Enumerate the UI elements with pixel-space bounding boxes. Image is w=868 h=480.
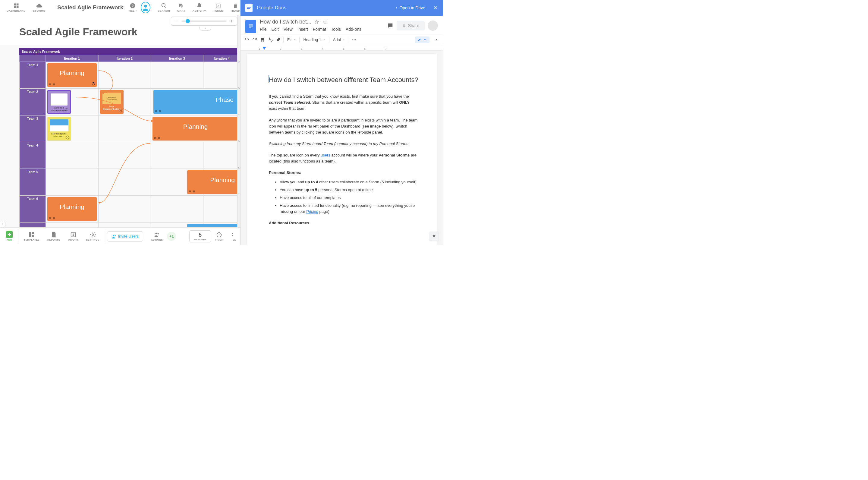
style-select[interactable]: Heading 1: [302, 37, 327, 42]
link[interactable]: users: [321, 153, 330, 157]
more-icon[interactable]: [351, 37, 357, 42]
list-item[interactable]: You can have up to 5 personal Storms ope…: [280, 187, 418, 193]
expand-handle[interactable]: [0, 221, 5, 227]
comment-icon[interactable]: [49, 217, 52, 220]
planning-card[interactable]: Planning: [153, 117, 239, 141]
document-icon[interactable]: [245, 20, 256, 33]
paragraph[interactable]: Any Storm that you are invited to or are…: [269, 117, 418, 136]
canvas[interactable]: Scaled Agile Framework Scaled Agile Fram…: [0, 15, 240, 227]
person-icon: [141, 3, 150, 12]
nav-activity[interactable]: ACTIVITY: [190, 3, 209, 12]
zoom-in-button[interactable]: +: [229, 19, 234, 24]
indent-marker[interactable]: [263, 47, 266, 50]
heading-2[interactable]: Personal Storms:: [269, 170, 418, 176]
zoom-toolbar: − +: [171, 17, 237, 26]
invite-users-button[interactable]: Invite Users: [107, 231, 144, 241]
settings-button[interactable]: SETTINGS: [83, 231, 103, 241]
task-icon[interactable]: [158, 110, 161, 113]
task-icon[interactable]: [158, 137, 161, 140]
actions-button[interactable]: ACTIONS: [147, 231, 167, 241]
menu-insert[interactable]: Insert: [298, 27, 308, 32]
nav-storms[interactable]: STORMS: [30, 3, 48, 12]
comment-icon[interactable]: [155, 110, 158, 113]
paragraph[interactable]: Switching from my Stormboard Team (compa…: [269, 141, 418, 147]
document-page[interactable]: How do I switch between different Team A…: [247, 54, 437, 245]
legend-button[interactable]: LE: [227, 231, 238, 241]
heading-1[interactable]: How do I switch between different Team A…: [269, 75, 418, 85]
zoom-out-button[interactable]: −: [174, 19, 179, 24]
task-icon[interactable]: [53, 83, 56, 86]
comment-icon[interactable]: [154, 137, 157, 140]
comment-icon[interactable]: [188, 190, 191, 193]
editing-mode-button[interactable]: [415, 36, 430, 43]
storm-title[interactable]: Scaled Agile Framework: [57, 4, 123, 11]
redo-icon[interactable]: [252, 37, 257, 42]
nav-chat[interactable]: CHAT: [174, 3, 188, 12]
undo-icon[interactable]: [244, 37, 250, 42]
menu-addons[interactable]: Add-ons: [346, 27, 361, 32]
timer-button[interactable]: TIMER: [212, 231, 227, 241]
col-header: Iteration 4: [203, 55, 240, 62]
explore-button[interactable]: [430, 232, 438, 241]
page-area[interactable]: How do I switch between different Team A…: [241, 51, 443, 245]
spellcheck-icon[interactable]: [268, 37, 273, 42]
ruler[interactable]: 1 2 3 4 5 6 7: [241, 45, 443, 51]
comment-icon[interactable]: [49, 83, 52, 86]
open-in-drive-button[interactable]: Open in Drive: [395, 5, 425, 10]
doc-card[interactable]: How do I switch between ...: [47, 90, 71, 114]
comments-icon[interactable]: [387, 22, 394, 29]
list-item[interactable]: Have access to all of our templates: [280, 195, 418, 201]
nav-trash[interactable]: TRASH: [227, 3, 244, 12]
templates-button[interactable]: TEMPLATES: [20, 231, 43, 241]
zoom-thumb[interactable]: [186, 19, 190, 23]
zoom-slider[interactable]: [181, 21, 227, 22]
svg-text:?: ?: [132, 4, 134, 7]
menu-view[interactable]: View: [284, 27, 293, 32]
reports-button[interactable]: REPORTS: [44, 231, 64, 241]
collapse-icon[interactable]: [434, 37, 439, 42]
list-item[interactable]: Allow you and up to 4 other users collab…: [280, 179, 418, 185]
user-avatar[interactable]: [141, 2, 150, 13]
heading-2[interactable]: Additional Resources: [269, 220, 418, 226]
phase-card[interactable]: Phase: [153, 90, 239, 114]
menu-format[interactable]: Format: [313, 27, 326, 32]
slides-card[interactable]: Marketing Presentation New Document.slid…: [100, 90, 124, 114]
task-icon[interactable]: [53, 217, 56, 220]
import-button[interactable]: IMPORT: [64, 231, 82, 241]
task-icon[interactable]: [192, 190, 195, 193]
add-button[interactable]: ADD: [2, 231, 16, 241]
sheet-card[interactable]: Storm Report - 2021-Mar...: [47, 117, 71, 141]
plus-one-badge[interactable]: +1: [167, 232, 176, 241]
menu-tools[interactable]: Tools: [331, 27, 341, 32]
paragraph[interactable]: The top square icon on every users accou…: [269, 152, 418, 164]
user-avatar[interactable]: [428, 21, 438, 31]
gear-icon: [90, 231, 96, 238]
menu-edit[interactable]: Edit: [272, 27, 279, 32]
list-item[interactable]: Have access to limited functionality (e.…: [280, 203, 418, 215]
my-votes[interactable]: 5 MY VOTES: [189, 230, 211, 242]
paragraph[interactable]: If you cannot find a Storm that you know…: [269, 93, 418, 112]
nav-search[interactable]: SEARCH: [155, 3, 173, 12]
share-button[interactable]: Share: [397, 21, 425, 30]
nav-dashboard[interactable]: DASHBOARD: [4, 3, 29, 12]
people-icon: [154, 231, 160, 238]
paint-format-icon[interactable]: [276, 37, 281, 42]
bullet-list[interactable]: Allow you and up to 4 other users collab…: [269, 179, 418, 215]
nav-help[interactable]: ? HELP: [126, 3, 140, 12]
link[interactable]: Pricing: [306, 209, 318, 214]
zoom-select[interactable]: Fit: [286, 37, 297, 42]
cloud-check-icon[interactable]: [322, 20, 328, 24]
nav-tasks[interactable]: TASKS: [210, 3, 226, 12]
partial-card[interactable]: [187, 224, 239, 227]
font-select[interactable]: Arial: [332, 37, 346, 42]
document-title[interactable]: How do I switch bet...: [260, 19, 311, 25]
star-icon[interactable]: [314, 20, 319, 24]
planning-card[interactable]: Planning: [47, 197, 97, 221]
add-label: ADD: [7, 239, 12, 241]
print-icon[interactable]: [260, 37, 265, 42]
planning-card[interactable]: Planning: [47, 63, 97, 87]
planning-card[interactable]: Planning: [187, 170, 239, 194]
zoom-expand-handle[interactable]: [199, 27, 211, 31]
menu-file[interactable]: File: [260, 27, 267, 32]
close-icon[interactable]: [433, 5, 438, 10]
